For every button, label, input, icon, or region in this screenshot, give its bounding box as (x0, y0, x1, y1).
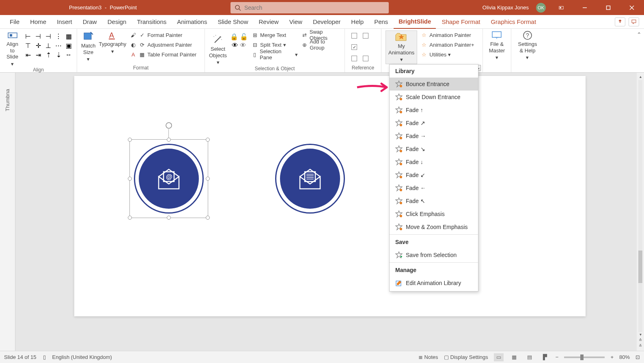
handle-nw[interactable] (128, 138, 132, 142)
dd-item-bounce-entrance[interactable]: Bounce Entrance (390, 78, 478, 91)
search-input[interactable] (244, 4, 385, 11)
maximize-button[interactable] (600, 0, 616, 15)
grid-icon[interactable]: ▦ (65, 32, 73, 40)
distribute-v-icon[interactable]: ⋯ (54, 41, 62, 50)
slide-counter[interactable]: Slide 14 of 15 (4, 354, 37, 360)
tab-review[interactable]: Review (254, 15, 283, 29)
tab-view[interactable]: View (284, 15, 307, 29)
user-name[interactable]: Olivia Kippax Jones (482, 4, 529, 11)
zoom-level[interactable]: 80% (619, 354, 630, 360)
tab-insert[interactable]: Insert (52, 15, 77, 29)
tab-brightslide[interactable]: BrightSlide (394, 15, 436, 29)
hide-icon[interactable]: 👁 (240, 42, 246, 49)
vertical-scrollbar[interactable]: ▴ ▾ ≙ ≚ (637, 73, 644, 351)
tab-pens[interactable]: Pens (369, 15, 393, 29)
notes-button[interactable]: ≣Notes (418, 354, 438, 360)
animation-painter-plus-button[interactable]: ☆Animation Painter+ (420, 40, 474, 49)
rotation-handle[interactable] (165, 122, 172, 129)
swap-objects-button[interactable]: ⇄Swap Objects (301, 30, 340, 39)
utilities-button[interactable]: ☆Utilities▾ (420, 50, 451, 59)
handle-s[interactable] (167, 216, 171, 220)
align-bottom-icon[interactable]: ⊥ (44, 41, 52, 50)
language-status[interactable]: English (United Kingdom) (52, 354, 112, 360)
display-options-icon[interactable] (553, 0, 569, 15)
unlock-icon[interactable]: 🔓 (240, 33, 248, 41)
tab-animations[interactable]: Animations (172, 15, 212, 29)
zoom-thumb[interactable] (580, 354, 584, 360)
share-button[interactable] (615, 17, 625, 26)
handle-sw[interactable] (128, 216, 132, 220)
scroll-thumb[interactable] (638, 251, 642, 283)
add-to-group-button[interactable]: ⊕Add to Group (301, 40, 340, 49)
split-text-button[interactable]: ⊟Split Text▾ (251, 40, 286, 49)
reading-view-icon[interactable]: ▤ (525, 353, 534, 361)
normal-view-icon[interactable]: ▭ (494, 353, 504, 361)
distribute-h-icon[interactable]: ⋮ (54, 32, 62, 40)
snap-icon[interactable]: ▣ (65, 41, 73, 50)
tab-transitions[interactable]: Transitions (132, 15, 171, 29)
format-painter-button[interactable]: 🖌 ✓ Format Painter (129, 30, 182, 39)
align-middle-icon[interactable]: ✛ (34, 41, 42, 50)
animation-painter-button[interactable]: ☆Animation Painter (420, 30, 471, 39)
handle-ne[interactable] (206, 138, 210, 142)
zoom-out-button[interactable]: − (556, 354, 559, 360)
handle-se[interactable] (206, 216, 210, 220)
tab-graphics-format[interactable]: Graphics Format (486, 15, 541, 29)
dd-item-fade-se[interactable]: Fade ↘ (390, 143, 478, 156)
zoom-slider[interactable] (564, 357, 605, 358)
align-right-icon[interactable]: ⊣ (44, 32, 52, 40)
dd-item-fade-nw[interactable]: Fade ↖ (390, 194, 478, 207)
reference-check-1[interactable] (351, 33, 357, 39)
dd-item-fade-left[interactable]: Fade ← (390, 182, 478, 194)
tab-draw[interactable]: Draw (78, 15, 102, 29)
sorter-view-icon[interactable]: ▦ (509, 353, 519, 361)
comments-button[interactable] (629, 17, 639, 26)
tab-design[interactable]: Design (103, 15, 131, 29)
next-slide-icon[interactable]: ≚ (638, 344, 643, 349)
select-objects-button[interactable]: Select Objects ▾ (209, 34, 227, 66)
search-box[interactable] (230, 2, 389, 13)
align-icon-11[interactable]: ⇤ (24, 51, 32, 59)
selection-pane-button[interactable]: ▯Selection Pane▾ (251, 50, 298, 59)
align-to-slide-button[interactable]: Align to Slide ▾ (4, 30, 21, 67)
thumbnail-strip[interactable]: Thumbna (0, 73, 15, 351)
user-avatar[interactable]: OK (536, 3, 546, 13)
scroll-track[interactable] (638, 80, 642, 332)
reference-check-4[interactable] (351, 56, 357, 61)
merge-text-button[interactable]: ⊞Merge Text (251, 30, 286, 39)
dd-item-fade-right[interactable]: Fade → (390, 130, 478, 143)
email-lines-icon-shape[interactable] (275, 144, 345, 214)
dd-item-fade-down[interactable]: Fade ↓ (390, 156, 478, 169)
show-icon[interactable]: 👁 (232, 42, 238, 49)
align-icon-15[interactable]: ↔ (65, 51, 73, 59)
typography-button[interactable]: A Typography ▾ (99, 30, 126, 54)
collapse-ribbon-icon[interactable]: ⌃ (637, 31, 642, 38)
email-at-icon-shape[interactable]: @ (134, 144, 204, 214)
my-animations-button[interactable]: My Animations ▾ (386, 30, 417, 64)
adjustment-painter-button[interactable]: ◐ ⟳ Adjustment Painter (129, 40, 192, 49)
align-icon-13[interactable]: ⇡ (44, 51, 52, 59)
spell-check-icon[interactable]: ▯ (43, 354, 46, 360)
tab-shape-format[interactable]: Shape Format (437, 15, 485, 29)
tab-slideshow[interactable]: Slide Show (213, 15, 253, 29)
slide[interactable]: @ (74, 76, 586, 316)
display-settings-button[interactable]: ▢Display Settings (444, 354, 488, 360)
prev-slide-icon[interactable]: ≙ (638, 338, 643, 344)
dd-item-save-selection[interactable]: Save from Selection (390, 248, 478, 261)
reference-check-5[interactable] (363, 56, 368, 61)
scroll-up-icon[interactable]: ▴ (638, 74, 643, 80)
dd-item-click-emphasis[interactable]: Click Emphasis (390, 207, 478, 220)
minimize-button[interactable] (577, 0, 593, 15)
file-master-button[interactable]: File & Master ▾ (489, 30, 505, 61)
dd-item-fade-ne[interactable]: Fade ↗ (390, 117, 478, 130)
slide-canvas-area[interactable]: @ (15, 73, 644, 351)
align-icon-14[interactable]: ⇣ (54, 51, 62, 59)
settings-help-button[interactable]: ? Settings & Help ▾ (518, 30, 537, 61)
align-left-icon[interactable]: ⊢ (24, 32, 32, 40)
reference-check-2[interactable] (363, 33, 368, 39)
fit-window-icon[interactable]: ⊡ (635, 354, 640, 360)
dd-item-fade-sw[interactable]: Fade ↙ (390, 169, 478, 182)
dd-item-move-zoom[interactable]: Move & Zoom Emphasis (390, 220, 478, 233)
dd-item-scale-down[interactable]: Scale Down Entrance (390, 91, 478, 104)
match-size-button[interactable]: Match Size ▾ (81, 30, 95, 63)
